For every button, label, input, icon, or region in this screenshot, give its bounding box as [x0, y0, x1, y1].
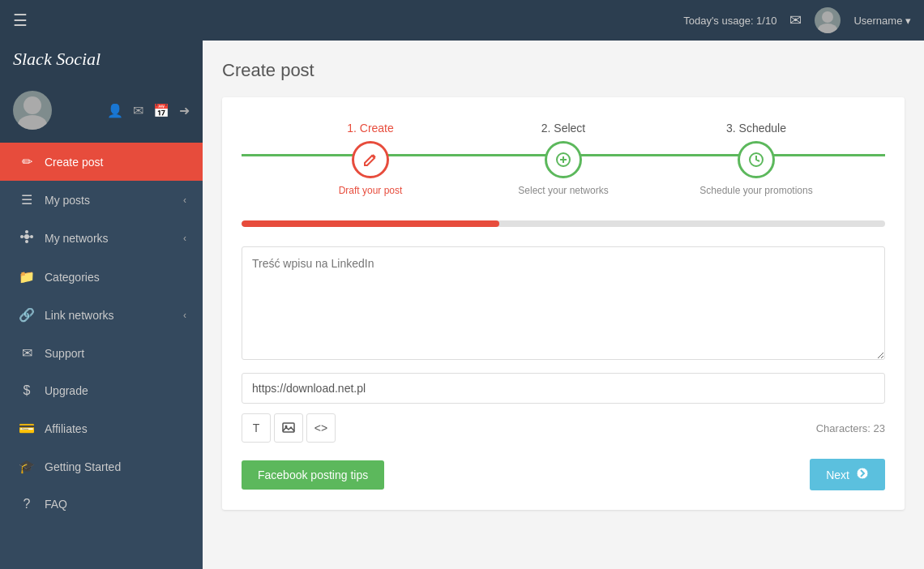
- create-post-icon: ✏: [19, 154, 35, 169]
- svg-point-2: [24, 96, 41, 114]
- step-select-label: 2. Select: [541, 122, 586, 135]
- sidebar-item-link-networks[interactable]: 🔗 Link networks ‹: [0, 296, 203, 334]
- facebook-tips-button[interactable]: Facebook posting tips: [242, 460, 384, 490]
- sidebar-item-upgrade[interactable]: $ Upgrade: [0, 372, 203, 409]
- photo-icon: [282, 421, 295, 436]
- sidebar-item-label: My posts: [45, 194, 90, 207]
- logo-text: Slack Social: [13, 49, 101, 70]
- sidebar-nav: ✏ Create post ☰ My posts ‹ My networks ‹…: [0, 143, 203, 569]
- getting-started-icon: 🎓: [19, 459, 35, 474]
- sidebar-item-label: My networks: [45, 232, 109, 245]
- svg-point-5: [20, 235, 24, 238]
- sidebar-item-label: Affiliates: [45, 422, 88, 435]
- svg-point-0: [822, 11, 833, 23]
- svg-point-7: [25, 230, 28, 233]
- text-format-icon: T: [253, 421, 260, 434]
- affiliates-icon: 💳: [19, 421, 35, 436]
- step-create: 1. Create Draft your post: [274, 122, 467, 196]
- char-count: Characters: 23: [816, 422, 885, 434]
- stepper: 1. Create Draft your post 2. Select: [242, 122, 885, 196]
- sidebar-item-label: Getting Started: [45, 460, 121, 473]
- bottom-row: Facebook posting tips Next: [242, 459, 885, 490]
- profile-exit-icon[interactable]: ➜: [179, 103, 190, 118]
- upgrade-icon: $: [19, 383, 35, 398]
- step-create-circle: [352, 141, 389, 178]
- sidebar-item-label: Link networks: [45, 309, 114, 322]
- sidebar-profile: 👤 ✉ 📅 ➜: [0, 78, 203, 143]
- categories-icon: 📁: [19, 269, 35, 284]
- topbar: ☰ Today's usage: 1/10 ✉ Username ▾: [0, 0, 924, 41]
- sidebar-item-getting-started[interactable]: 🎓 Getting Started: [0, 447, 203, 486]
- post-toolbar: T <> Char: [242, 413, 885, 443]
- support-icon: ✉: [19, 345, 35, 361]
- page-title: Create post: [222, 60, 905, 81]
- next-label: Next: [826, 468, 849, 481]
- main-layout: Slack Social 👤 ✉ 📅 ➜ ✏ Create post ☰ My …: [0, 41, 924, 569]
- svg-point-17: [857, 468, 868, 479]
- svg-point-8: [25, 240, 28, 243]
- post-textarea[interactable]: [242, 246, 885, 360]
- sidebar-item-affiliates[interactable]: 💳 Affiliates: [0, 409, 203, 447]
- sidebar-item-create-post[interactable]: ✏ Create post: [0, 143, 203, 181]
- sidebar-item-faq[interactable]: ? FAQ: [0, 486, 203, 523]
- sidebar-item-label: Support: [45, 347, 84, 360]
- step-select-sublabel: Select your networks: [518, 185, 608, 196]
- url-input[interactable]: [242, 373, 885, 404]
- topbar-right: Today's usage: 1/10 ✉ Username ▾: [683, 7, 911, 33]
- code-icon: <>: [314, 421, 327, 434]
- usage-text: Today's usage: 1/10: [683, 15, 776, 27]
- svg-rect-15: [283, 423, 294, 432]
- profile-mail-icon[interactable]: ✉: [133, 103, 143, 118]
- svg-point-3: [18, 115, 47, 130]
- profile-icons: 👤 ✉ 📅 ➜: [107, 103, 190, 118]
- chevron-icon: ‹: [183, 233, 186, 244]
- step-schedule-circle: [738, 141, 775, 178]
- sidebar-item-my-posts[interactable]: ☰ My posts ‹: [0, 181, 203, 219]
- sidebar-item-categories[interactable]: 📁 Categories: [0, 258, 203, 296]
- step-schedule-sublabel: Schedule your promotions: [699, 185, 812, 196]
- sidebar-item-label: FAQ: [45, 498, 67, 511]
- step-select: 2. Select Select your networks: [467, 122, 660, 196]
- chevron-icon: ‹: [183, 310, 186, 321]
- step-schedule-label: 3. Schedule: [726, 122, 786, 135]
- mail-icon[interactable]: ✉: [789, 11, 802, 29]
- toolbar-photo-button[interactable]: [274, 413, 303, 443]
- sidebar-item-my-networks[interactable]: My networks ‹: [0, 219, 203, 258]
- chevron-icon: ‹: [183, 195, 186, 206]
- user-menu[interactable]: Username ▾: [853, 15, 911, 27]
- menu-icon[interactable]: ☰: [13, 11, 28, 30]
- main-content: Create post 1. Create Draft your post: [203, 41, 924, 569]
- toolbar-code-button[interactable]: <>: [306, 413, 336, 443]
- svg-point-1: [818, 24, 837, 33]
- progress-bar: [242, 220, 885, 227]
- next-button[interactable]: Next: [810, 459, 885, 490]
- sidebar-item-label: Categories: [45, 271, 100, 284]
- progress-bar-fill: [242, 220, 499, 227]
- profile-calendar-icon[interactable]: 📅: [153, 103, 169, 118]
- step-create-label: 1. Create: [347, 122, 394, 135]
- next-arrow-icon: [856, 467, 869, 482]
- link-networks-icon: 🔗: [19, 307, 35, 323]
- step-schedule: 3. Schedule Schedule your promotions: [660, 122, 853, 196]
- logo-area: Slack Social: [0, 41, 203, 78]
- my-posts-icon: ☰: [19, 192, 35, 207]
- profile-user-icon[interactable]: 👤: [107, 103, 123, 118]
- step-select-circle: [545, 141, 582, 178]
- my-networks-icon: [19, 230, 35, 246]
- topbar-left: ☰: [13, 11, 28, 30]
- avatar: [13, 91, 52, 130]
- step-create-sublabel: Draft your post: [339, 185, 403, 196]
- user-avatar-top: [815, 7, 841, 33]
- sidebar-item-label: Create post: [45, 156, 103, 169]
- toolbar-buttons: T <>: [242, 413, 336, 443]
- svg-point-6: [30, 235, 33, 238]
- sidebar-item-support[interactable]: ✉ Support: [0, 334, 203, 372]
- create-post-card: 1. Create Draft your post 2. Select: [222, 97, 905, 510]
- svg-point-4: [24, 234, 29, 239]
- faq-icon: ?: [19, 497, 35, 511]
- sidebar: Slack Social 👤 ✉ 📅 ➜ ✏ Create post ☰ My …: [0, 41, 203, 569]
- toolbar-text-button[interactable]: T: [242, 413, 271, 443]
- sidebar-item-label: Upgrade: [45, 384, 88, 397]
